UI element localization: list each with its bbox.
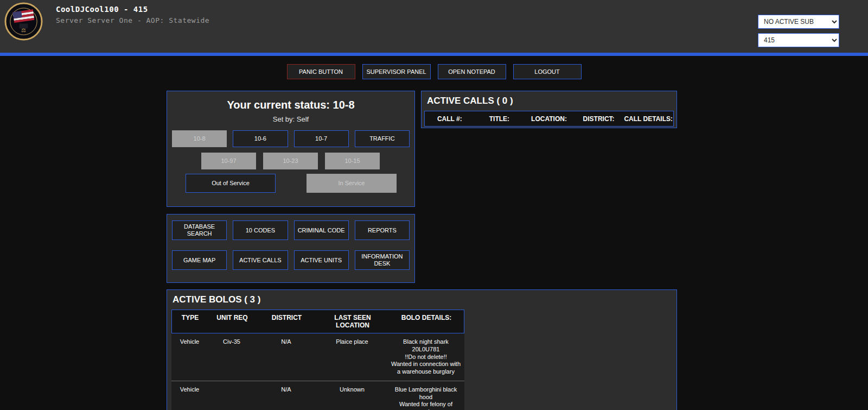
bolo-col-district: DISTRICT	[256, 310, 317, 333]
nav-buttons-row-1: DATABASE SEARCH 10 CODES CRIMINAL CODE R…	[172, 220, 410, 240]
bolo-table-row: Vehicle Civ-35 N/A Plaice place Black ni…	[171, 333, 464, 381]
bolo-last-seen-cell: Unknown	[317, 381, 387, 410]
bolo-col-unit-req: UNIT REQ	[208, 310, 256, 333]
header-bar: ⚖ CoolDJCool100 - 415 Server Server One …	[0, 0, 868, 53]
reports-button[interactable]: REPORTS	[355, 220, 410, 240]
active-calls-table-header: CALL #: TITLE: LOCATION: DISTRICT: CALL …	[424, 111, 674, 127]
calls-col-details: CALL DETAILS:	[623, 115, 673, 123]
user-callsign-title: CoolDJCool100 - 415	[56, 5, 148, 14]
bolo-col-last-seen: LAST SEEN LOCATION	[317, 310, 388, 333]
bolo-details-cell: Blue Lamborghini black hood Wanted for f…	[387, 381, 464, 410]
status-set-by-label: Set by: Self	[167, 115, 414, 123]
active-sub-select[interactable]: NO ACTIVE SUB	[758, 15, 839, 29]
current-status-panel: Your current status: 10-8 Set by: Self 1…	[167, 91, 415, 207]
bolo-type-cell: Vehicle	[171, 333, 208, 381]
bolo-district-cell: N/A	[256, 381, 317, 410]
active-calls-panel: ACTIVE CALLS ( 0 ) CALL #: TITLE: LOCATI…	[421, 91, 677, 128]
status-10-7-button[interactable]: 10-7	[294, 130, 349, 147]
bolo-col-type: TYPE	[172, 310, 208, 333]
open-notepad-button[interactable]: OPEN NOTEPAD	[438, 64, 506, 79]
calls-col-location: LOCATION:	[524, 115, 574, 123]
status-buttons-row-2: 10-97 10-23 10-15	[201, 153, 380, 169]
server-aop-subtitle: Server Server One - AOP: Statewide	[56, 16, 209, 24]
active-calls-button[interactable]: ACTIVE CALLS	[233, 250, 288, 270]
active-calls-heading: ACTIVE CALLS ( 0 )	[422, 91, 676, 106]
game-map-button[interactable]: GAME MAP	[172, 250, 227, 270]
bolo-unit-req-cell: Civ-35	[208, 333, 256, 381]
cad-page: ⚖ CoolDJCool100 - 415 Server Server One …	[0, 0, 868, 410]
bolo-type-cell: Vehicle	[171, 381, 208, 410]
calls-col-call-number: CALL #:	[425, 115, 475, 123]
bolos-table-header: TYPE UNIT REQ DISTRICT LAST SEEN LOCATIO…	[171, 310, 464, 333]
out-of-service-button[interactable]: Out of Service	[186, 174, 276, 193]
active-units-button[interactable]: ACTIVE UNITS	[294, 250, 349, 270]
bolo-district-cell: N/A	[256, 333, 317, 381]
bolo-table-row: Vehicle N/A Unknown Blue Lamborghini bla…	[171, 381, 464, 410]
navigation-panel: DATABASE SEARCH 10 CODES CRIMINAL CODE R…	[167, 214, 415, 283]
department-seal-logo: ⚖	[4, 2, 43, 41]
top-toolbar: PANIC BUTTON SUPERVISOR PANEL OPEN NOTEP…	[0, 64, 868, 79]
status-buttons-row-3: Out of Service In Service	[186, 174, 397, 193]
bolo-details-cell: Black night shark 20L0U781 !!Do not dele…	[387, 333, 464, 381]
supervisor-panel-button[interactable]: SUPERVISOR PANEL	[362, 64, 431, 79]
in-service-button: In Service	[307, 174, 397, 193]
ten-codes-button[interactable]: 10 CODES	[233, 220, 288, 240]
bolos-table: TYPE UNIT REQ DISTRICT LAST SEEN LOCATIO…	[171, 310, 464, 410]
bolo-col-details: BOLO DETAILS:	[388, 310, 465, 333]
database-search-button[interactable]: DATABASE SEARCH	[172, 220, 227, 240]
criminal-code-button[interactable]: CRIMINAL CODE	[294, 220, 349, 240]
active-bolos-heading: ACTIVE BOLOS ( 3 )	[167, 290, 676, 305]
main-content: PANIC BUTTON SUPERVISOR PANEL OPEN NOTEP…	[0, 56, 868, 410]
status-traffic-button[interactable]: TRAFFIC	[355, 130, 410, 147]
status-10-97-button: 10-97	[201, 153, 256, 169]
status-10-15-button: 10-15	[325, 153, 380, 169]
calls-col-district: DISTRICT:	[574, 115, 624, 123]
bolo-last-seen-cell: Plaice place	[317, 333, 387, 381]
current-status-heading: Your current status: 10-8	[167, 91, 414, 111]
bolo-unit-req-cell	[208, 381, 256, 410]
status-10-23-button: 10-23	[263, 153, 318, 169]
calls-col-title: TITLE:	[475, 115, 525, 123]
information-desk-button[interactable]: INFORMATION DESK	[355, 250, 410, 270]
unit-select[interactable]: 415	[758, 33, 839, 47]
nav-buttons-row-2: GAME MAP ACTIVE CALLS ACTIVE UNITS INFOR…	[172, 250, 410, 270]
panic-button[interactable]: PANIC BUTTON	[287, 64, 355, 79]
status-buttons-row-1: 10-8 10-6 10-7 TRAFFIC	[172, 130, 410, 147]
active-bolos-panel: ACTIVE BOLOS ( 3 ) TYPE UNIT REQ DISTRIC…	[167, 289, 677, 410]
logout-button[interactable]: LOGOUT	[513, 64, 582, 79]
svg-text:⚖: ⚖	[21, 27, 26, 33]
status-10-8-button: 10-8	[172, 130, 227, 147]
status-10-6-button[interactable]: 10-6	[233, 130, 288, 147]
